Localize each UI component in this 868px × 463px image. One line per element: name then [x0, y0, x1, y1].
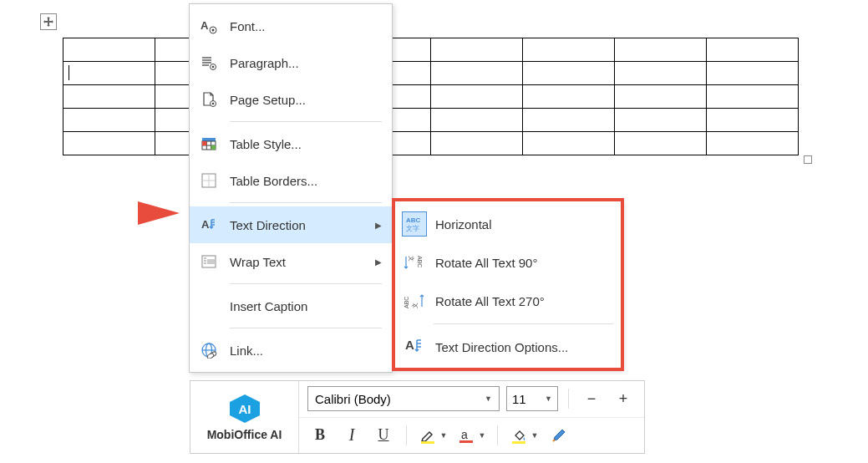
svg-rect-50 — [512, 441, 525, 444]
menu-separator — [434, 323, 613, 324]
svg-point-8 — [212, 66, 215, 69]
context-menu: A Font... Paragraph... Page Setup... Tab… — [189, 3, 393, 373]
menu-table-style[interactable]: Table Style... — [190, 125, 392, 162]
text-direction-icon: A — [200, 216, 218, 234]
submenu-arrow-icon: ▶ — [375, 257, 382, 267]
document-table[interactable] — [63, 38, 799, 155]
toolbar-separator — [568, 389, 569, 409]
highlight-icon — [417, 424, 439, 447]
svg-text:A: A — [201, 19, 209, 32]
submenu-arrow-icon: ▶ — [375, 221, 382, 230]
menu-table-borders[interactable]: Table Borders... — [190, 162, 392, 199]
wrap-text-icon — [200, 252, 218, 271]
paragraph-gear-icon — [200, 53, 218, 72]
svg-rect-17 — [211, 145, 216, 150]
text-direction-submenu: ABC文字 Horizontal ABC文 Rotate All Text 90… — [393, 201, 622, 370]
rotate-90-icon: ABC文 — [402, 250, 427, 275]
blank-icon — [200, 297, 218, 315]
svg-rect-11 — [202, 138, 216, 141]
format-painter-button[interactable] — [546, 424, 571, 447]
submenu-label: Rotate All Text 270° — [435, 294, 613, 308]
menu-separator — [230, 328, 382, 328]
annotation-arrow — [17, 196, 184, 230]
menu-text-direction[interactable]: A Text Direction ▶ — [190, 206, 392, 243]
submenu-rotate-270[interactable]: ABC文 Rotate All Text 270° — [393, 282, 622, 320]
svg-text:a: a — [461, 428, 468, 441]
svg-text:文: 文 — [412, 303, 418, 308]
italic-button[interactable]: I — [339, 424, 364, 447]
menu-label: Link... — [230, 343, 382, 358]
menu-font[interactable]: A Font... — [190, 8, 392, 44]
highlight-color-button[interactable]: ▼ — [417, 424, 449, 447]
text-direction-options-icon: A — [402, 334, 427, 359]
menu-label: Page Setup... — [230, 93, 382, 107]
svg-text:ABC: ABC — [417, 256, 423, 267]
menu-wrap-text[interactable]: Wrap Text ▶ — [190, 243, 392, 280]
dropdown-arrow-icon: ▼ — [439, 431, 449, 440]
font-color-button[interactable]: a ▼ — [455, 424, 487, 447]
svg-point-10 — [212, 103, 215, 105]
page-gear-icon — [200, 90, 218, 109]
ai-label: MobiOffice AI — [207, 428, 282, 441]
submenu-text-direction-options[interactable]: A Text Direction Options... — [393, 328, 622, 366]
svg-rect-49 — [459, 440, 473, 443]
font-gear-icon: A — [200, 17, 218, 35]
font-size-value: 11 — [512, 392, 526, 406]
mobioffice-ai-button[interactable]: AI MobiOffice AI — [190, 381, 299, 453]
svg-rect-26 — [207, 259, 215, 264]
link-icon — [200, 341, 218, 359]
svg-text:A: A — [201, 218, 210, 231]
menu-label: Font... — [230, 19, 382, 33]
submenu-label: Rotate All Text 90° — [435, 256, 613, 270]
bold-button[interactable]: B — [307, 424, 332, 447]
decrease-font-button[interactable]: − — [579, 387, 604, 410]
toolbar-separator — [406, 425, 407, 445]
dropdown-arrow-icon: ▼ — [545, 394, 552, 403]
menu-paragraph[interactable]: Paragraph... — [190, 44, 392, 81]
submenu-rotate-90[interactable]: ABC文 Rotate All Text 90° — [393, 243, 622, 282]
font-size-select[interactable]: 11 ▼ — [506, 386, 558, 411]
table-resize-handle[interactable] — [804, 155, 812, 164]
menu-separator — [230, 283, 382, 284]
font-name-select[interactable]: Calibri (Body) ▼ — [307, 386, 500, 411]
submenu-horizontal[interactable]: ABC文字 Horizontal — [393, 205, 622, 243]
submenu-label: Text Direction Options... — [435, 340, 613, 354]
svg-text:文: 文 — [409, 256, 414, 262]
svg-rect-16 — [202, 141, 206, 145]
toolbar-separator — [497, 425, 498, 445]
menu-label: Insert Caption — [230, 299, 382, 313]
menu-label: Paragraph... — [230, 56, 382, 70]
menu-label: Text Direction — [230, 218, 368, 232]
menu-link[interactable]: Link... — [190, 332, 392, 369]
horizontal-text-icon: ABC文字 — [402, 211, 427, 237]
underline-button[interactable]: U — [371, 424, 396, 447]
svg-text:ABC: ABC — [404, 297, 409, 308]
font-color-icon: a — [455, 424, 477, 447]
menu-label: Table Style... — [230, 137, 382, 151]
submenu-label: Horizontal — [435, 217, 613, 232]
dropdown-arrow-icon: ▼ — [530, 431, 540, 440]
svg-text:ABC: ABC — [406, 216, 421, 224]
menu-page-setup[interactable]: Page Setup... — [190, 81, 392, 118]
fill-bucket-icon — [508, 424, 530, 447]
formatting-toolbar: AI MobiOffice AI Calibri (Body) ▼ 11 ▼ −… — [190, 380, 645, 454]
svg-rect-47 — [421, 441, 434, 444]
svg-text:A: A — [405, 338, 414, 352]
menu-label: Wrap Text — [230, 255, 368, 269]
dropdown-arrow-icon: ▼ — [485, 394, 492, 403]
table-borders-icon — [200, 171, 218, 190]
menu-separator — [230, 121, 382, 122]
svg-text:文字: 文字 — [406, 225, 419, 232]
table-style-icon — [200, 135, 218, 153]
menu-label: Table Borders... — [230, 174, 382, 188]
rotate-270-icon: ABC文 — [402, 288, 427, 313]
menu-separator — [230, 202, 382, 203]
svg-text:AI: AI — [238, 402, 251, 416]
menu-insert-caption[interactable]: Insert Caption — [190, 287, 392, 324]
dropdown-arrow-icon: ▼ — [477, 431, 487, 440]
fill-color-button[interactable]: ▼ — [508, 424, 540, 447]
font-name-value: Calibri (Body) — [315, 392, 391, 406]
increase-font-button[interactable]: + — [611, 387, 636, 410]
ai-icon: AI — [226, 393, 263, 425]
table-move-handle[interactable] — [40, 13, 57, 30]
